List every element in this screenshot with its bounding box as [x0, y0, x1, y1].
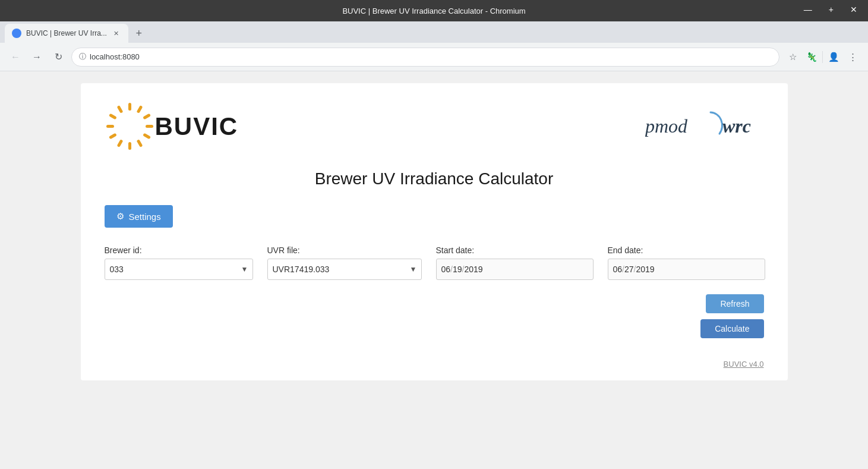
address-text: localhost:8080 — [90, 52, 140, 61]
settings-button-label: Settings — [129, 212, 161, 222]
window-controls: — + ✕ — [800, 4, 861, 15]
start-date-year: 2019 — [464, 265, 482, 274]
tab-title: BUVIC | Brewer UV Irra... — [26, 29, 107, 37]
app-card: BUVIC pmod wrc Brewer UV Irradiance Calc… — [81, 83, 788, 380]
start-date-month: 06 — [441, 265, 451, 274]
toolbar-divider — [822, 51, 823, 63]
gear-icon: ⚙ — [116, 211, 124, 222]
calculate-button[interactable]: Calculate — [700, 319, 763, 338]
browser-toolbar: ← → ↻ ⓘ localhost:8080 ☆ 🦎 👤 ⋮ — [0, 43, 868, 71]
end-date-label: End date: — [608, 245, 765, 255]
brewer-id-group: Brewer id: 033 ▼ — [105, 245, 253, 280]
brewer-id-select[interactable]: 033 — [105, 259, 253, 280]
start-date-group: Start date: 06 / 19 / 2019 — [436, 245, 594, 280]
svg-rect-5 — [136, 139, 143, 147]
forward-button[interactable]: → — [29, 49, 45, 65]
action-buttons: Refresh Calculate — [105, 294, 764, 338]
tab-close-button[interactable]: ✕ — [112, 29, 121, 38]
version-text[interactable]: BUVIC v4.0 — [724, 360, 764, 369]
svg-rect-9 — [106, 125, 114, 128]
svg-rect-11 — [116, 105, 123, 114]
start-date-label: Start date: — [436, 245, 594, 255]
svg-rect-3 — [146, 125, 153, 128]
app-header: BUVIC pmod wrc — [105, 101, 764, 152]
svg-text:wrc: wrc — [722, 115, 751, 137]
end-date-input[interactable]: 06 / 27 / 2019 — [608, 259, 765, 280]
svg-rect-7 — [116, 139, 123, 147]
titlebar-text: BUVIC | Brewer UV Irradiance Calculator … — [342, 7, 525, 15]
active-tab[interactable]: BUVIC | Brewer UV Irra... ✕ — [5, 24, 128, 43]
uvr-file-select[interactable]: UVR17419.033 — [267, 259, 422, 280]
buvic-sunburst-icon — [105, 101, 155, 152]
svg-rect-2 — [143, 114, 151, 120]
maximize-button[interactable]: + — [825, 4, 837, 15]
settings-button[interactable]: ⚙ Settings — [105, 205, 173, 228]
uvr-file-select-wrapper: UVR17419.033 ▼ — [267, 259, 422, 280]
start-date-input[interactable]: 06 / 19 / 2019 — [436, 259, 594, 280]
page-title: Brewer UV Irradiance Calculator — [105, 169, 764, 188]
back-button[interactable]: ← — [7, 49, 24, 65]
address-security-icon: ⓘ — [79, 52, 86, 62]
uvr-file-label: UVR file: — [267, 245, 422, 255]
bookmark-button[interactable]: ☆ — [784, 49, 801, 65]
new-tab-button[interactable]: + — [131, 25, 147, 42]
svg-rect-6 — [128, 142, 131, 150]
brewer-id-label: Brewer id: — [105, 245, 253, 255]
brewer-id-select-wrapper: 033 ▼ — [105, 259, 253, 280]
tab-bar: BUVIC | Brewer UV Irra... ✕ + — [0, 21, 868, 43]
svg-rect-8 — [109, 133, 117, 140]
svg-rect-10 — [109, 114, 117, 120]
form-row: Brewer id: 033 ▼ UVR file: UVR17419.033 … — [105, 245, 764, 280]
tab-favicon — [12, 29, 21, 38]
profile-button[interactable]: 👤 — [825, 49, 842, 65]
buvic-logo-area: BUVIC — [105, 101, 239, 152]
titlebar: BUVIC | Brewer UV Irradiance Calculator … — [0, 0, 868, 21]
end-date-group: End date: 06 / 27 / 2019 — [608, 245, 765, 280]
toolbar-actions: ☆ 🦎 👤 ⋮ — [784, 49, 861, 65]
start-date-day: 19 — [453, 265, 462, 274]
close-button[interactable]: ✕ — [847, 4, 861, 15]
address-bar[interactable]: ⓘ localhost:8080 — [71, 48, 779, 67]
end-date-day: 27 — [624, 265, 634, 274]
pmod-wrc-svg: pmod wrc — [645, 108, 764, 143]
end-date-year: 2019 — [636, 265, 654, 274]
svg-rect-1 — [136, 105, 143, 114]
svg-rect-0 — [128, 103, 131, 111]
minimize-button[interactable]: — — [800, 4, 816, 15]
reload-button[interactable]: ↻ — [50, 49, 67, 65]
pmod-logo: pmod wrc — [645, 108, 764, 146]
menu-button[interactable]: ⋮ — [844, 49, 861, 65]
svg-text:pmod: pmod — [645, 115, 688, 137]
buvic-text: BUVIC — [155, 112, 239, 141]
gnome-button[interactable]: 🦎 — [803, 49, 820, 65]
end-date-month: 06 — [613, 265, 623, 274]
refresh-button[interactable]: Refresh — [706, 294, 763, 313]
svg-rect-4 — [143, 133, 151, 140]
page-content: BUVIC pmod wrc Brewer UV Irradiance Calc… — [0, 71, 868, 392]
uvr-file-group: UVR file: UVR17419.033 ▼ — [267, 245, 422, 280]
